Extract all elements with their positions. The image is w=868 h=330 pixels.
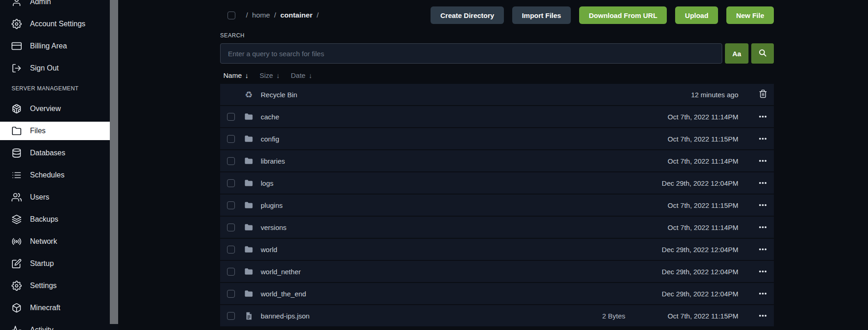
file-row-banned-ips-json[interactable]: banned-ips.json2 BytesOct 7th, 2022 11:1…	[220, 305, 774, 326]
import-files-button[interactable]: Import Files	[512, 6, 571, 24]
sidebar-item-startup[interactable]: Startup	[0, 253, 110, 275]
row-menu-button[interactable]	[755, 109, 770, 124]
gear-icon	[12, 281, 22, 291]
row-checkbox[interactable]	[227, 312, 235, 320]
download-from-url-button[interactable]: Download From URL	[579, 6, 667, 24]
row-menu-button[interactable]	[755, 198, 770, 212]
folder-icon	[244, 112, 253, 121]
file-date: Oct 7th, 2022 11:14PM	[668, 113, 738, 121]
sidebar-scrollbar[interactable]	[110, 0, 118, 330]
row-checkbox[interactable]	[227, 246, 235, 253]
sidebar-item-minecraft[interactable]: Minecraft	[0, 297, 110, 319]
sidebar-item-account-settings[interactable]: Account Settings	[0, 13, 110, 35]
row-menu-button[interactable]	[755, 264, 770, 279]
row-menu-button[interactable]	[755, 286, 770, 301]
file-date: Oct 7th, 2022 11:15PM	[668, 201, 738, 209]
sidebar-item-label: Account Settings	[30, 20, 85, 28]
sidebar-item-schedules[interactable]: Schedules	[0, 164, 110, 186]
sort-label: Name	[223, 71, 242, 79]
create-directory-button[interactable]: Create Directory	[431, 6, 504, 24]
file-list: ♻Recycle Bin12 minutes agocacheOct 7th, …	[220, 84, 774, 326]
empty-recycle-bin-button[interactable]	[755, 87, 770, 102]
row-checkbox[interactable]	[227, 157, 235, 165]
radio-icon	[12, 236, 22, 247]
sidebar-item-files[interactable]: Files	[0, 122, 110, 140]
row-menu-button[interactable]	[755, 308, 770, 323]
sidebar-item-label: Schedules	[30, 171, 65, 179]
row-menu-button[interactable]	[755, 176, 770, 190]
row-menu-button[interactable]	[755, 220, 770, 235]
sidebar-item-overview[interactable]: Overview	[0, 98, 110, 120]
search-input[interactable]	[220, 43, 722, 64]
sidebar-item-users[interactable]: Users	[0, 186, 110, 208]
file-row-config[interactable]: configOct 7th, 2022 11:15PM	[220, 128, 774, 149]
row-checkbox[interactable]	[227, 224, 235, 231]
sidebar-item-label: Minecraft	[30, 304, 60, 312]
sidebar-item-label: Network	[30, 237, 57, 246]
file-date: Dec 29th, 2022 12:04PM	[662, 268, 738, 276]
file-row-recycle-bin[interactable]: ♻Recycle Bin12 minutes ago	[220, 84, 774, 105]
sidebar-item-network[interactable]: Network	[0, 230, 110, 253]
sidebar-item-admin[interactable]: Admin	[0, 0, 110, 13]
file-manager-content: /home/container/ Create DirectoryImport …	[220, 0, 774, 326]
sort-by-date[interactable]: Date↓	[291, 71, 312, 79]
row-checkbox[interactable]	[227, 201, 235, 209]
new-file-button[interactable]: New File	[726, 6, 774, 24]
sidebar-item-databases[interactable]: Databases	[0, 142, 110, 164]
sidebar-item-backups[interactable]: Backups	[0, 208, 110, 230]
ellipsis-menu-icon	[759, 226, 766, 228]
file-manager-main: /home/container/ Create DirectoryImport …	[118, 0, 868, 330]
breadcrumb-separator: /	[246, 11, 248, 19]
file-row-world-the-end[interactable]: world_the_endDec 29th, 2022 12:04PM	[220, 283, 774, 304]
row-checkbox[interactable]	[227, 268, 235, 276]
breadcrumb-segment-home[interactable]: home	[252, 11, 270, 19]
file-name: versions	[261, 224, 287, 231]
sort-by-size[interactable]: Size↓	[260, 71, 280, 79]
ellipsis-menu-icon	[759, 271, 766, 272]
sidebar-item-settings[interactable]: Settings	[0, 275, 110, 297]
sort-arrow-icon: ↓	[309, 71, 312, 79]
sidebar-item-label: Files	[30, 127, 46, 135]
file-row-versions[interactable]: versionsOct 7th, 2022 11:14PM	[220, 217, 774, 238]
scrollbar-thumb[interactable]	[110, 0, 118, 324]
file-date: Oct 7th, 2022 11:15PM	[668, 135, 738, 143]
folder-icon	[244, 178, 253, 188]
breadcrumb-segment-container[interactable]: container	[280, 11, 312, 19]
row-checkbox[interactable]	[227, 135, 235, 143]
ellipsis-menu-icon	[759, 293, 766, 295]
sidebar-nav-list: AdminAccount SettingsBilling AreaSign Ou…	[0, 0, 110, 330]
file-row-logs[interactable]: logsDec 29th, 2022 12:04PM	[220, 172, 774, 194]
file-date: Dec 29th, 2022 12:04PM	[662, 179, 738, 187]
file-row-plugins[interactable]: pluginsOct 7th, 2022 11:15PM	[220, 194, 774, 216]
file-row-world[interactable]: worldDec 29th, 2022 12:04PM	[220, 239, 774, 260]
file-date: 12 minutes ago	[691, 91, 738, 99]
file-name: Recycle Bin	[261, 91, 297, 99]
file-date: Dec 29th, 2022 12:04PM	[662, 290, 738, 298]
activity-icon	[12, 325, 22, 330]
folder-icon	[244, 223, 253, 232]
row-menu-button[interactable]	[755, 131, 770, 146]
sidebar-item-billing-area[interactable]: Billing Area	[0, 35, 110, 57]
search-button[interactable]	[751, 43, 774, 64]
file-row-libraries[interactable]: librariesOct 7th, 2022 11:14PM	[220, 150, 774, 171]
search-icon	[758, 48, 767, 59]
row-checkbox[interactable]	[227, 179, 235, 187]
topbar: /home/container/ Create DirectoryImport …	[220, 6, 774, 24]
case-sensitivity-button[interactable]: Aa	[725, 43, 748, 64]
sidebar-item-activity[interactable]: Activity	[0, 319, 110, 330]
edit-icon	[12, 259, 22, 269]
sidebar-item-sign-out[interactable]: Sign Out	[0, 57, 110, 79]
upload-button[interactable]: Upload	[675, 6, 718, 24]
box-icon	[12, 303, 22, 313]
file-name: world	[261, 246, 277, 253]
ellipsis-menu-icon	[759, 248, 766, 250]
row-menu-button[interactable]	[755, 153, 770, 168]
sort-by-name[interactable]: Name↓	[223, 71, 249, 79]
file-row-world-nether[interactable]: world_netherDec 29th, 2022 12:04PM	[220, 261, 774, 282]
select-all-checkbox[interactable]	[227, 12, 235, 19]
row-checkbox[interactable]	[227, 290, 235, 298]
file-row-cache[interactable]: cacheOct 7th, 2022 11:14PM	[220, 106, 774, 127]
codesandbox-icon	[12, 104, 22, 114]
row-menu-button[interactable]	[755, 242, 770, 257]
row-checkbox[interactable]	[227, 113, 235, 121]
